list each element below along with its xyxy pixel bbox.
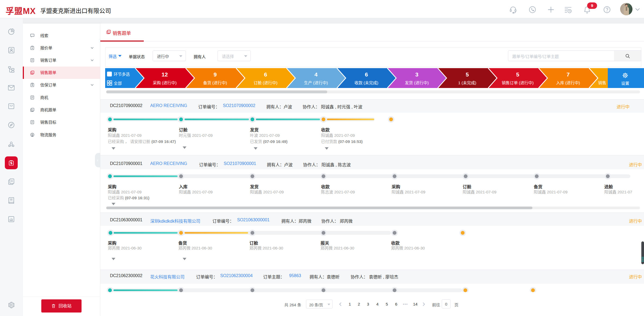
svg-text:订舱 (进行中): 订舱 (进行中) xyxy=(253,80,277,85)
svg-text:环节多选: 环节多选 xyxy=(114,72,130,76)
svg-text:收款 (未完成): 收款 (未完成) xyxy=(354,80,378,85)
svg-text:6: 6 xyxy=(264,71,267,78)
svg-text:7: 7 xyxy=(566,71,570,78)
svg-text:设置: 设置 xyxy=(621,81,629,86)
svg-text:销售: 销售 xyxy=(598,80,606,85)
svg-text:发货 (进行中): 发货 (进行中) xyxy=(405,80,429,85)
svg-text:采购 (进行中): 采购 (进行中) xyxy=(153,80,176,85)
svg-text:全部: 全部 xyxy=(114,81,122,86)
svg-text:6: 6 xyxy=(365,71,368,78)
svg-text:9: 9 xyxy=(214,71,217,78)
svg-text:销售订单 (进行中): 销售订单 (进行中) xyxy=(502,80,533,85)
svg-text:3: 3 xyxy=(415,71,418,78)
svg-text:生产 (进行中): 生产 (进行中) xyxy=(304,80,328,85)
svg-text:入库 (进行中): 入库 (进行中) xyxy=(556,80,580,85)
svg-text:4: 4 xyxy=(314,71,318,78)
svg-text:1 (未完成): 1 (未完成) xyxy=(458,80,476,85)
svg-text:5: 5 xyxy=(466,71,469,78)
svg-text:5: 5 xyxy=(516,71,519,78)
svg-text:备货 (进行中): 备货 (进行中) xyxy=(203,80,227,85)
svg-text:12: 12 xyxy=(161,71,168,78)
